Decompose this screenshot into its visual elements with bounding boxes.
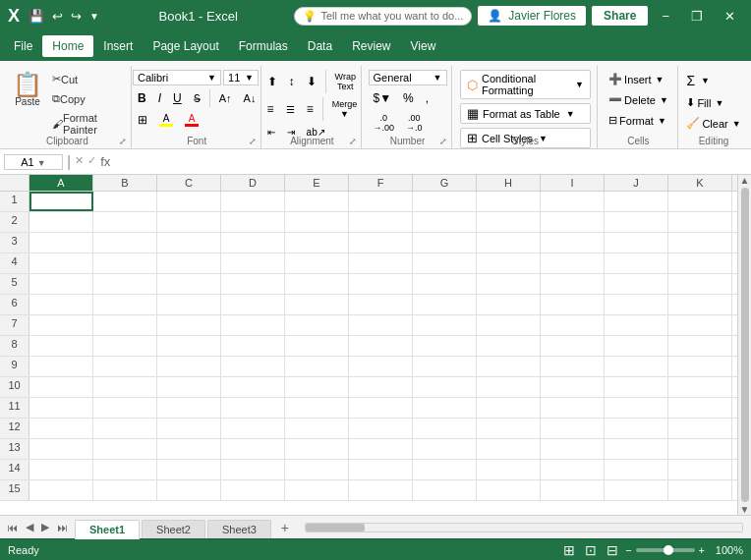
clear-button[interactable]: 🧹 Clear ▼: [681, 114, 745, 133]
column-header-I[interactable]: I: [541, 175, 605, 191]
name-box[interactable]: A1 ▼: [4, 154, 63, 170]
zoom-out-button[interactable]: −: [625, 544, 631, 556]
cell-G6[interactable]: [413, 295, 477, 314]
cell-A7[interactable]: [29, 315, 93, 335]
cell-H4[interactable]: [477, 253, 541, 273]
cell-A1[interactable]: [29, 192, 93, 211]
cell-B6[interactable]: [93, 295, 157, 314]
row-number-12[interactable]: 12: [0, 419, 29, 438]
cell-J6[interactable]: [605, 295, 668, 314]
column-header-G[interactable]: G: [413, 175, 477, 191]
column-header-E[interactable]: E: [285, 175, 349, 191]
cell-E10[interactable]: [285, 377, 349, 397]
cell-A14[interactable]: [29, 460, 93, 479]
font-name-selector[interactable]: Calibri ▼: [133, 70, 221, 85]
cell-B11[interactable]: [93, 398, 157, 418]
close-button[interactable]: ✕: [717, 5, 743, 28]
increase-decimal-button[interactable]: .0→.00: [369, 111, 400, 135]
confirm-formula-icon[interactable]: ✓: [87, 154, 96, 169]
cell-A15[interactable]: [29, 480, 93, 500]
cell-J5[interactable]: [605, 274, 668, 294]
cell-I10[interactable]: [541, 377, 605, 397]
cell-E6[interactable]: [285, 295, 349, 314]
delete-cells-button[interactable]: ➖ Delete ▼: [604, 90, 673, 109]
fill-button[interactable]: ⬇ Fill ▼: [681, 93, 728, 112]
cell-B8[interactable]: [93, 336, 157, 356]
decrease-font-button[interactable]: A↓: [239, 89, 261, 107]
cell-I7[interactable]: [541, 315, 605, 335]
cell-K10[interactable]: [668, 377, 732, 397]
cell-K5[interactable]: [668, 274, 732, 294]
column-header-J[interactable]: J: [605, 175, 668, 191]
cell-H10[interactable]: [477, 377, 541, 397]
cell-D13[interactable]: [221, 439, 285, 459]
cell-C9[interactable]: [157, 357, 221, 376]
cell-K2[interactable]: [668, 212, 732, 232]
cut-button[interactable]: ✂ Cut: [47, 70, 125, 88]
bold-button[interactable]: B: [133, 89, 151, 107]
cell-J1[interactable]: [605, 192, 668, 211]
align-top-button[interactable]: ⬆: [262, 70, 282, 93]
undo-button[interactable]: ↩: [49, 7, 66, 26]
cell-A2[interactable]: [29, 212, 93, 232]
column-header-F[interactable]: F: [349, 175, 413, 191]
menu-insert[interactable]: Insert: [93, 35, 143, 57]
cell-K7[interactable]: [668, 315, 732, 335]
cell-I1[interactable]: [541, 192, 605, 211]
copy-button[interactable]: ⧉ Copy: [47, 89, 125, 108]
normal-view-button[interactable]: ⊞: [560, 541, 578, 559]
cell-G1[interactable]: [413, 192, 477, 211]
restore-button[interactable]: ❐: [683, 5, 711, 28]
cell-B1[interactable]: [93, 192, 157, 211]
currency-button[interactable]: $▼: [369, 89, 397, 107]
row-number-3[interactable]: 3: [0, 233, 29, 252]
cell-K12[interactable]: [668, 419, 732, 438]
cell-D9[interactable]: [221, 357, 285, 376]
font-color-button[interactable]: A: [180, 111, 203, 129]
cell-I14[interactable]: [541, 460, 605, 479]
cell-E14[interactable]: [285, 460, 349, 479]
cell-H2[interactable]: [477, 212, 541, 232]
cell-D8[interactable]: [221, 336, 285, 356]
cell-B13[interactable]: [93, 439, 157, 459]
sheet-nav-next[interactable]: ▶: [38, 519, 52, 535]
cell-D4[interactable]: [221, 253, 285, 273]
sheet-tab-sheet2[interactable]: Sheet2: [142, 520, 205, 538]
format-as-table-button[interactable]: ▦ Format as Table ▼: [460, 103, 591, 124]
row-number-2[interactable]: 2: [0, 212, 29, 232]
cell-E1[interactable]: [285, 192, 349, 211]
cell-J7[interactable]: [605, 315, 668, 335]
cell-G10[interactable]: [413, 377, 477, 397]
insert-function-icon[interactable]: fx: [100, 154, 110, 169]
add-sheet-button[interactable]: +: [273, 517, 297, 538]
cell-B3[interactable]: [93, 233, 157, 252]
font-expand-icon[interactable]: ⤢: [249, 137, 257, 146]
fill-color-button[interactable]: A: [154, 111, 178, 129]
merge-center-button[interactable]: Merge▼: [327, 97, 363, 121]
cell-B4[interactable]: [93, 253, 157, 273]
cell-D10[interactable]: [221, 377, 285, 397]
row-number-4[interactable]: 4: [0, 253, 29, 273]
row-number-11[interactable]: 11: [0, 398, 29, 418]
cell-J10[interactable]: [605, 377, 668, 397]
cell-G4[interactable]: [413, 253, 477, 273]
cell-E12[interactable]: [285, 419, 349, 438]
cell-I12[interactable]: [541, 419, 605, 438]
cell-J9[interactable]: [605, 357, 668, 376]
minimize-button[interactable]: −: [654, 5, 677, 28]
cell-F8[interactable]: [349, 336, 413, 356]
cell-J12[interactable]: [605, 419, 668, 438]
format-cells-button[interactable]: ⊟ Format ▼: [604, 111, 671, 130]
percent-button[interactable]: %: [398, 89, 419, 107]
cell-C11[interactable]: [157, 398, 221, 418]
column-header-H[interactable]: H: [477, 175, 541, 191]
cell-I2[interactable]: [541, 212, 605, 232]
cell-F12[interactable]: [349, 419, 413, 438]
increase-font-button[interactable]: A↑: [214, 89, 237, 107]
cell-K1[interactable]: [668, 192, 732, 211]
cell-D11[interactable]: [221, 398, 285, 418]
align-bottom-button[interactable]: ⬇: [302, 70, 321, 93]
row-number-8[interactable]: 8: [0, 336, 29, 356]
cell-F4[interactable]: [349, 253, 413, 273]
cell-H1[interactable]: [477, 192, 541, 211]
